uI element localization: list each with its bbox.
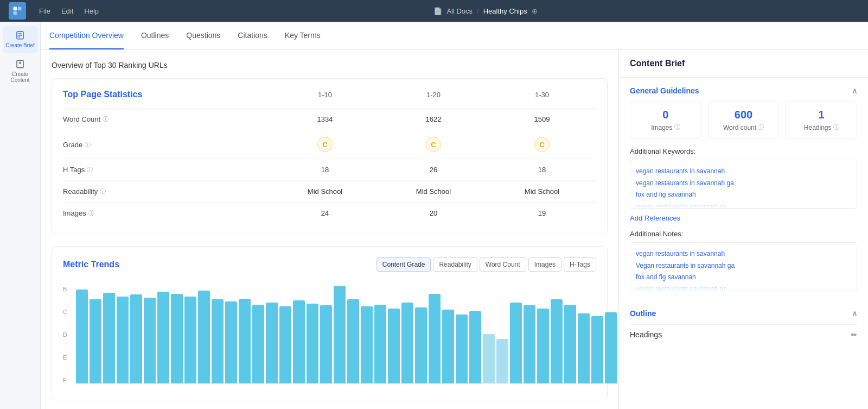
bar	[171, 294, 183, 383]
guideline-card-wordcount: 600 Word count ⓘ	[708, 102, 780, 139]
left-sidebar: Create Brief Create Content	[0, 22, 41, 409]
filter-htags[interactable]: H-Tags	[564, 257, 596, 272]
guidelines-cards: 0 Images ⓘ 600 Word count ⓘ	[630, 102, 857, 139]
add-references-link[interactable]: Add References	[630, 214, 680, 222]
tab-outlines[interactable]: Outlines	[141, 22, 169, 49]
keyword-4[interactable]: vegan restaurants savannah ga	[636, 201, 851, 209]
main-layout: Create Brief Create Content Competition …	[0, 22, 868, 409]
trends-header: Metric Trends Content Grade Readability …	[63, 257, 596, 272]
stats-section: Top Page Statistics 1-10 1-20 1-30 Word …	[52, 78, 608, 235]
chart-y-labels: B C D E F	[63, 280, 74, 389]
grade-1-20: C	[379, 137, 488, 152]
all-docs-link[interactable]: All Docs	[446, 7, 473, 15]
y-label-d: D	[63, 331, 74, 338]
info-icon-htags[interactable]: ⓘ	[87, 166, 93, 174]
guideline-card-images: 0 Images ⓘ	[630, 102, 701, 139]
info-icon-grade[interactable]: ⓘ	[85, 141, 91, 149]
outline-label: Outline	[630, 309, 656, 318]
notes-box: vegan restaurants in savannah Vegan rest…	[630, 242, 857, 291]
images-1-10: 24	[271, 209, 379, 217]
keyword-1[interactable]: vegan restaurants in savannah	[636, 166, 851, 178]
bar	[469, 311, 481, 383]
menu-file[interactable]: File	[39, 7, 50, 15]
filter-word-count[interactable]: Word Count	[480, 257, 526, 272]
word-count-1-30: 1509	[488, 115, 596, 123]
readability-1-10: Mid School	[271, 187, 379, 196]
sidebar-label-create-content: Create Content	[5, 71, 36, 83]
keyword-2[interactable]: vegan restaurants in savannah ga	[636, 178, 851, 190]
bar	[103, 293, 115, 383]
y-label-c: C	[63, 309, 74, 315]
breadcrumb-separator: /	[477, 7, 479, 15]
y-label-e: E	[63, 354, 74, 361]
images-1-20: 20	[379, 209, 488, 217]
headings-label: Headings ⓘ	[793, 123, 850, 131]
logo-icon	[12, 5, 23, 16]
bar	[456, 314, 468, 383]
menu-bar: File Edit Help	[39, 7, 99, 15]
tab-questions[interactable]: Questions	[186, 22, 220, 49]
bar	[347, 299, 359, 383]
info-icon-wordcount-card[interactable]: ⓘ	[758, 123, 764, 131]
info-icon-headings-card[interactable]: ⓘ	[833, 123, 839, 131]
y-label-f: F	[63, 377, 74, 383]
additional-notes-label: Additional Notes:	[630, 230, 857, 238]
info-icon-word-count[interactable]: ⓘ	[103, 115, 108, 123]
row-label-readability: Readability ⓘ	[63, 187, 271, 196]
bar	[551, 299, 563, 383]
outline-section: Outline ∧ Headings ✏	[619, 300, 868, 353]
readability-1-30: Mid School	[488, 187, 596, 196]
outline-headings-label: Headings	[630, 330, 662, 339]
note-2[interactable]: Vegan restaurants in savannah ga	[636, 260, 851, 272]
note-3[interactable]: fox and fig savannah	[636, 272, 851, 284]
sidebar-item-create-content[interactable]: Create Content	[3, 55, 38, 87]
bar	[510, 303, 522, 383]
bar	[266, 303, 278, 383]
general-guidelines-section: General Guidelines ∧ 0 Images ⓘ 600	[619, 78, 868, 300]
bar	[198, 291, 210, 383]
bar	[307, 304, 318, 383]
bar	[374, 305, 386, 383]
keyword-3[interactable]: fox and fig savannah	[636, 189, 851, 201]
filter-readability[interactable]: Readability	[433, 257, 477, 272]
bar	[90, 299, 101, 383]
tab-citations[interactable]: Citations	[238, 22, 267, 49]
bar	[429, 294, 441, 383]
edit-icon[interactable]: ✏	[851, 331, 857, 339]
info-icon-images-card[interactable]: ⓘ	[674, 123, 680, 131]
bar	[252, 305, 264, 383]
sidebar-item-create-brief[interactable]: Create Brief	[3, 26, 38, 53]
top-bar: File Edit Help 📄 All Docs / Healthy Chip…	[0, 0, 868, 22]
chevron-up-outline-icon[interactable]: ∧	[852, 309, 857, 318]
note-4[interactable]: vegan restaurants savannah ga	[636, 284, 851, 291]
doc-icon: 📄	[433, 7, 442, 15]
bar	[578, 313, 590, 383]
row-label-htags: H Tags ⓘ	[63, 166, 271, 174]
filter-images[interactable]: Images	[528, 257, 561, 272]
trends-section: Metric Trends Content Grade Readability …	[52, 246, 608, 400]
create-content-icon	[15, 59, 25, 69]
grade-1-30: C	[488, 137, 596, 152]
menu-edit[interactable]: Edit	[61, 7, 73, 15]
chart-area: B C D E F	[63, 280, 596, 389]
htags-1-10: 18	[271, 166, 379, 174]
tab-competition-overview[interactable]: Competition Overview	[49, 22, 124, 49]
y-label-b: B	[63, 286, 74, 292]
share-icon[interactable]: ⊕	[532, 7, 538, 15]
outline-header: Outline ∧	[630, 309, 857, 318]
content-brief-title: Content Brief	[619, 50, 868, 78]
chevron-up-icon[interactable]: ∧	[852, 86, 857, 95]
menu-help[interactable]: Help	[84, 7, 99, 15]
note-1[interactable]: vegan restaurants in savannah	[636, 248, 851, 260]
filter-content-grade[interactable]: Content Grade	[376, 257, 431, 272]
images-1-30: 19	[488, 209, 596, 217]
svg-rect-0	[14, 7, 17, 11]
info-icon-images[interactable]: ⓘ	[88, 209, 94, 217]
word-count-1-20: 1622	[379, 115, 488, 123]
htags-1-30: 18	[488, 166, 596, 174]
tab-key-terms[interactable]: Key Terms	[285, 22, 321, 49]
images-value: 0	[637, 109, 694, 121]
info-icon-readability[interactable]: ⓘ	[100, 187, 106, 196]
table-row: Images ⓘ 24 20 19	[63, 202, 596, 224]
bar	[401, 303, 413, 383]
